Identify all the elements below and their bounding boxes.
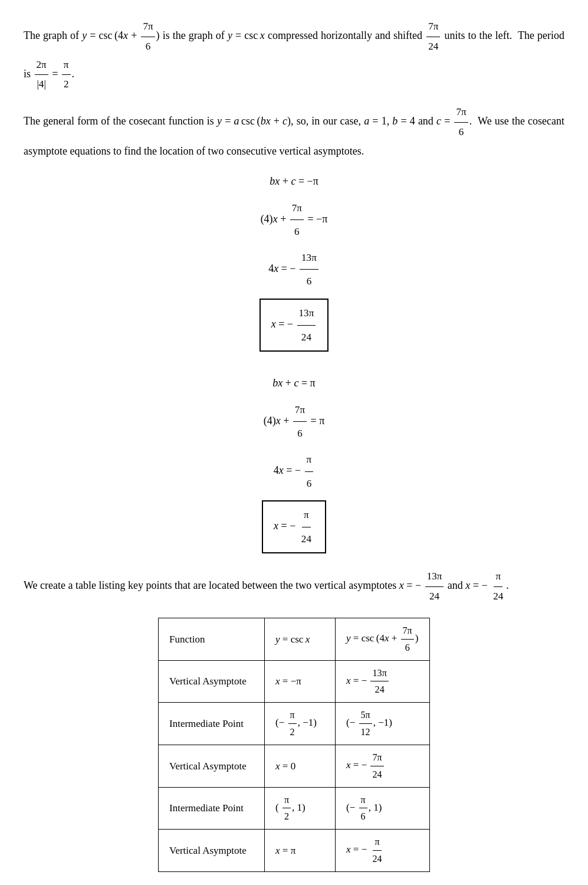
transition-text: We create a table listing key points tha… (24, 568, 564, 606)
row5-col3: x = − π24 (336, 830, 430, 872)
row1-col3: x = − 13π24 (336, 660, 430, 703)
table-row: Vertical Asymptote x = 0 x = − 7π24 (159, 745, 430, 787)
equation-set-2: bx + c = π (4)x + 7π6 = π 4x = − π6 x = … (24, 372, 564, 556)
row5-label: Vertical Asymptote (159, 830, 265, 872)
table-row: Intermediate Point (− π2, −1) (− 5π12, −… (159, 703, 430, 745)
row4-col3: (− π6, 1) (336, 787, 430, 830)
row3-col3: x = − 7π24 (336, 745, 430, 787)
table-row: Vertical Asymptote x = −π x = − 13π24 (159, 660, 430, 703)
equation-set-1: bx + c = −π (4)x + 7π6 = −π 4x = − 13π6 … (24, 170, 564, 354)
table-row: Vertical Asymptote x = π x = − π24 (159, 830, 430, 872)
row2-col3: (− 5π12, −1) (336, 703, 430, 745)
row3-label: Vertical Asymptote (159, 745, 265, 787)
row3-col2: x = 0 (265, 745, 336, 787)
row1-col2: x = −π (265, 660, 336, 703)
intro-paragraph-2: The general form of the cosecant functio… (24, 103, 564, 160)
table-header-csc-x: y = csc x (265, 618, 336, 660)
row4-label: Intermediate Point (159, 787, 265, 830)
row5-col2: x = π (265, 830, 336, 872)
row2-col2: (− π2, −1) (265, 703, 336, 745)
table-row: Intermediate Point ( π2, 1) (− π6, 1) (159, 787, 430, 830)
intro-paragraph-1: The graph of y = csc (4x + 7π6) is the g… (24, 18, 564, 94)
row2-label: Intermediate Point (159, 703, 265, 745)
key-points-table: Function y = csc x y = csc (4x + 7π6) Ve… (158, 618, 430, 872)
row1-label: Vertical Asymptote (159, 660, 265, 703)
table-header-csc-4x: y = csc (4x + 7π6) (336, 618, 430, 660)
row4-col2: ( π2, 1) (265, 787, 336, 830)
table-header-function: Function (159, 618, 265, 660)
